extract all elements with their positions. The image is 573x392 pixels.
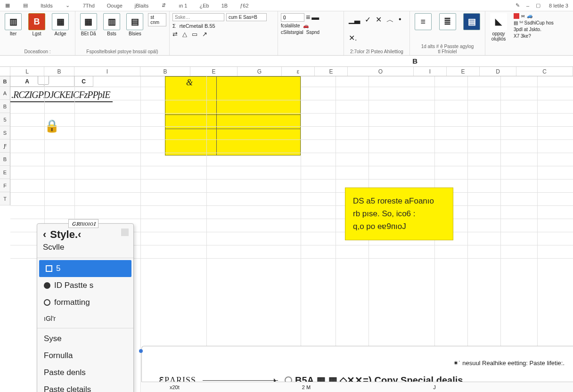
- comment-note[interactable]: DS a5 roreste aFоanıo rb pıse. Ѕo, iсо6 …: [345, 188, 453, 240]
- right-label[interactable]: 8 letile 3: [547, 2, 570, 9]
- draw-icon[interactable]: ✎: [516, 2, 520, 8]
- cell-handle[interactable]: [38, 76, 49, 85]
- ico-d[interactable]: ↗: [202, 31, 207, 38]
- rh-3[interactable]: 5: [0, 113, 10, 126]
- chart-icon[interactable]: ▁▃: [349, 15, 360, 24]
- ctx-item-pastedenls[interactable]: Paste denls: [37, 364, 133, 381]
- chevron-left-icon[interactable]: ‹: [43, 229, 46, 241]
- ribbon-line2: rteCmetail B.55: [180, 23, 215, 29]
- check-icon[interactable]: ✓: [365, 15, 371, 24]
- rh-4[interactable]: S: [0, 126, 10, 139]
- rh-2[interactable]: B: [0, 100, 10, 113]
- m-icon: ᴍ: [521, 13, 525, 19]
- group-caption-5: 2:7olor 2l Psteo Ahilettiog: [347, 49, 407, 54]
- menu-icon[interactable]: ≡: [306, 13, 310, 22]
- col-C[interactable]: C: [516, 67, 573, 76]
- dash2-icon: ▬: [311, 13, 319, 22]
- ctx-item-formula[interactable]: Fornulla: [37, 347, 133, 364]
- ribbon-mini-cnm[interactable]: st cnm: [148, 13, 166, 26]
- g4-l2[interactable]: cSilstsrgial: [281, 30, 303, 35]
- g4-l1[interactable]: fcslalilste: [281, 23, 300, 28]
- column-headers: L B I B E G ε E O I E D C: [0, 67, 573, 76]
- col-E3[interactable]: E: [447, 67, 480, 76]
- rh-1[interactable]: A: [0, 87, 10, 100]
- tab-5[interactable]: ¿Eb: [198, 2, 211, 9]
- spreadsheet-grid[interactable]: B A B 5 S Ƒ B E F T A C /*placeholder*/ …: [0, 76, 573, 392]
- tab-4[interactable]: ın 1: [177, 2, 189, 9]
- align-c-btn[interactable]: ≣: [437, 13, 458, 30]
- col-B2[interactable]: B: [140, 67, 190, 76]
- col-G[interactable]: G: [237, 67, 282, 76]
- col-B[interactable]: B: [44, 67, 74, 76]
- ctx-close[interactable]: [121, 229, 129, 236]
- ribbon-btn-iter[interactable]: ▥Iter: [3, 13, 24, 36]
- cell-amp: &: [186, 78, 193, 88]
- ribbon-numbox[interactable]: [281, 13, 304, 22]
- tab-0[interactable]: Itslds: [39, 2, 55, 9]
- col-I2[interactable]: I: [414, 67, 447, 76]
- ico-b[interactable]: △: [182, 31, 187, 38]
- x2-icon[interactable]: ✕.: [349, 33, 357, 42]
- car2-icon[interactable]: 🚙: [527, 13, 532, 19]
- ribbon-btn-aclge[interactable]: ▦Aclge: [50, 13, 71, 36]
- col-E[interactable]: E: [190, 67, 237, 76]
- rh-0[interactable]: B: [0, 76, 10, 87]
- align-icon[interactable]: ⇵: [159, 2, 168, 8]
- col-E2[interactable]: E: [315, 67, 348, 76]
- ctx-item-pastes[interactable]: ID Pastte s: [37, 277, 133, 294]
- ribbon-btn-bsts[interactable]: ▥Bsts: [101, 13, 122, 36]
- g7-b3[interactable]: ▤ ⁵ᵈ SsdhiCup hos: [514, 20, 554, 25]
- group-caption-1: Doceatloon :: [3, 49, 72, 54]
- align-l-btn[interactable]: ≡: [413, 13, 434, 30]
- tab-1[interactable]: 7Thd: [81, 2, 97, 9]
- subh-C[interactable]: C: [74, 76, 93, 87]
- align-r-btn[interactable]: ▤: [461, 13, 482, 30]
- shape-btn[interactable]: ◣oppqy olujliós: [488, 13, 509, 41]
- ctx-item-syse[interactable]: Syse: [37, 330, 133, 347]
- group-caption-2: Fsposltelbskel pstoye bnssál opál): [78, 49, 166, 54]
- close-icon[interactable]: ✕: [376, 15, 382, 24]
- row-headers: B A B 5 S Ƒ B E F T: [0, 76, 10, 205]
- ctx-item-igr[interactable]: ıGl'r: [37, 311, 133, 326]
- rh-5[interactable]: Ƒ: [0, 139, 10, 153]
- new-icon[interactable]: ▤: [21, 2, 30, 8]
- highlighted-range[interactable]: &: [165, 76, 301, 155]
- arrow-icon: [203, 380, 278, 381]
- select-all[interactable]: [0, 67, 10, 76]
- tab-strip: ▦ ▤ Itslds ⌄ 7Thd Oouge jBlaits ⇵ ın 1 ¿…: [0, 0, 573, 11]
- tab-2[interactable]: Oouge: [105, 2, 124, 9]
- box-icon[interactable]: ▢: [536, 2, 540, 8]
- ctx-item-formatting[interactable]: formatting: [37, 294, 133, 311]
- red-swatch[interactable]: [514, 13, 519, 19]
- rh-8[interactable]: F: [0, 179, 10, 192]
- name-box-bar: B: [0, 56, 573, 67]
- ico-a[interactable]: ⇄: [172, 31, 178, 38]
- ribbon-search[interactable]: [172, 13, 224, 21]
- col-I[interactable]: I: [74, 67, 140, 76]
- ribbon: ▥Iter BLgst ▦Aclge Doceatloon : ▦BEt Dã …: [0, 11, 573, 56]
- ctx-item-pastedetails[interactable]: Paste cletails: [37, 381, 133, 392]
- group-caption-6: 1d alts # ê Passte agylogtl Ffniolel: [413, 44, 482, 54]
- ico-c[interactable]: ▭: [192, 31, 197, 38]
- ribbon-btn-blsies[interactable]: ▤Blsies: [125, 13, 145, 36]
- context-menu: ԍʀпıoıoɪ ‹Style.‹ Scvlle 5 ID Pastte s f…: [37, 223, 134, 392]
- col-L[interactable]: L: [10, 67, 44, 76]
- rh-9[interactable]: T: [0, 192, 10, 205]
- panel-handle[interactable]: [139, 349, 143, 353]
- sigma-icon[interactable]: Σ: [172, 23, 176, 29]
- rh-7[interactable]: E: [0, 166, 10, 179]
- chevron-down-icon[interactable]: ⌄: [63, 2, 73, 8]
- col-D[interactable]: D: [480, 67, 516, 76]
- tab-6[interactable]: 1B: [220, 2, 229, 9]
- ctx-ghost-label: ԍʀпıoıoɪ: [68, 219, 98, 228]
- tab-3[interactable]: jBlaits: [133, 2, 150, 9]
- col-O[interactable]: O: [348, 67, 414, 76]
- car-icon[interactable]: 🚗: [303, 23, 309, 28]
- col-eps[interactable]: ε: [282, 67, 315, 76]
- ribbon-btn-bet[interactable]: ▦BEt Dã: [78, 13, 98, 36]
- tab-7[interactable]: ƒ62: [238, 2, 250, 9]
- rh-6[interactable]: B: [0, 153, 10, 166]
- ctx-item-5[interactable]: 5: [39, 260, 131, 277]
- ribbon-btn-lgst[interactable]: BLgst: [26, 13, 47, 36]
- up-icon[interactable]: ︿: [386, 15, 394, 25]
